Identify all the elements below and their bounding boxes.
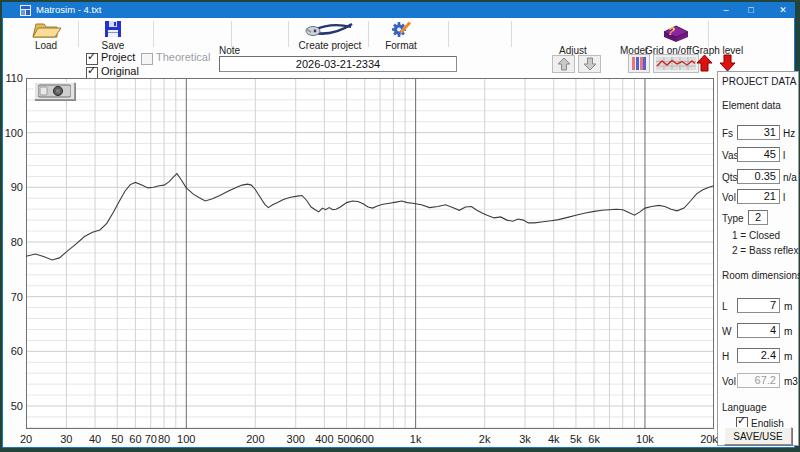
room-h-input[interactable]: 2.4 xyxy=(737,348,780,363)
adjust-down-button[interactable] xyxy=(578,55,601,73)
window-title: Matrosim - 4.txt xyxy=(36,4,101,15)
project-checkmark: ✓ xyxy=(87,50,96,63)
room-h-unit: m xyxy=(784,351,792,362)
toolbar-separator xyxy=(231,21,232,47)
qts-input[interactable]: 0.35 xyxy=(737,169,780,184)
red-up-arrow-icon xyxy=(696,54,713,72)
camera-button[interactable] xyxy=(34,82,75,100)
y-tick-label: 60 xyxy=(3,345,23,357)
toolbar-separator xyxy=(78,21,79,47)
room-w-label: W xyxy=(722,326,731,337)
qts-unit: n/a xyxy=(783,172,797,183)
vol-unit: l xyxy=(783,192,785,203)
room-w-input[interactable]: 4 xyxy=(737,323,780,338)
original-checkmark: ✓ xyxy=(87,64,96,77)
x-tick-label: 300 xyxy=(281,433,311,445)
help-book-icon: ? xyxy=(661,16,691,44)
x-tick-label: 1k xyxy=(401,433,431,445)
frequency-response-chart xyxy=(26,78,714,429)
create-project-label: Create project xyxy=(296,40,364,51)
gray-down-arrow-icon xyxy=(583,57,597,71)
gray-up-arrow-icon xyxy=(557,57,571,71)
toolbar-separator xyxy=(511,21,512,47)
red-down-arrow-icon xyxy=(719,54,736,72)
minimize-button[interactable]: – xyxy=(713,3,739,18)
fs-unit: Hz xyxy=(783,128,795,139)
project-checkbox-label: Project xyxy=(101,51,135,63)
fs-input[interactable]: 31 xyxy=(737,125,780,140)
app-window: Matrosim - 4.txt – □ ✕ Load Save xyxy=(2,2,795,448)
grid-onoff-button[interactable] xyxy=(653,54,699,73)
save-use-button[interactable]: SAVE/USE xyxy=(724,427,792,445)
help-button[interactable]: ? xyxy=(661,16,691,44)
toolbar-separator xyxy=(368,21,369,47)
y-tick-label: 90 xyxy=(3,181,23,193)
qts-label: Qts xyxy=(722,172,738,183)
moder-button[interactable] xyxy=(628,54,650,73)
note-input[interactable]: 2026-03-21-2334 xyxy=(219,56,457,72)
close-button[interactable]: ✕ xyxy=(770,3,796,18)
load-label: Load xyxy=(25,40,67,51)
chart-canvas xyxy=(26,78,714,429)
toolbar-separator xyxy=(288,21,289,47)
vas-input[interactable]: 45 xyxy=(737,147,780,162)
frequency-response-curve xyxy=(26,174,714,260)
type-option-bassreflex: 2 = Bass reflex xyxy=(732,245,798,256)
original-checkbox-label: Original xyxy=(101,65,139,77)
x-tick-label: 10k xyxy=(630,433,660,445)
pliers-icon xyxy=(305,21,355,38)
type-input[interactable]: 2 xyxy=(748,210,768,225)
x-tick-label: 20 xyxy=(11,433,41,445)
room-l-unit: m xyxy=(784,301,792,312)
type-option-closed: 1 = Closed xyxy=(732,230,780,241)
vol-label: Vol xyxy=(722,192,736,203)
panel-title: PROJECT DATA xyxy=(722,76,796,87)
y-tick-label: 100 xyxy=(3,127,23,139)
room-vol-unit: m3 xyxy=(784,376,798,387)
y-tick-label: 70 xyxy=(3,291,23,303)
x-tick-label: 20k xyxy=(694,433,724,445)
floppy-disk-icon xyxy=(104,20,122,38)
camera-icon xyxy=(38,84,71,98)
maximize-button[interactable]: □ xyxy=(738,3,764,18)
graph-level-up-button[interactable] xyxy=(696,54,714,73)
x-tick-label: 600 xyxy=(350,433,380,445)
x-tick-label: 30 xyxy=(51,433,81,445)
room-w-unit: m xyxy=(784,326,792,337)
note-label: Note xyxy=(219,45,240,56)
adjust-up-button[interactable] xyxy=(552,55,575,73)
x-tick-label: 6k xyxy=(579,433,609,445)
toolbar-separator xyxy=(708,21,709,47)
toolbar-separator xyxy=(153,21,154,47)
graph-level-down-button[interactable] xyxy=(719,54,737,73)
grid-waveform-icon xyxy=(656,57,696,70)
room-h-label: H xyxy=(722,351,729,362)
x-tick-label: 3k xyxy=(510,433,540,445)
x-tick-label: 100 xyxy=(171,433,201,445)
gear-pencil-icon xyxy=(391,20,411,38)
theoretical-checkbox[interactable] xyxy=(141,53,153,65)
toolbar-separator xyxy=(448,21,449,47)
theoretical-checkbox-label: Theoretical xyxy=(156,51,210,63)
english-checkmark: ✓ xyxy=(737,414,746,427)
room-l-input[interactable]: 7 xyxy=(737,298,780,313)
y-tick-label: 80 xyxy=(3,236,23,248)
save-label: Save xyxy=(95,40,131,51)
vol-input[interactable]: 21 xyxy=(737,189,780,204)
room-vol-label: Vol xyxy=(722,376,736,387)
x-tick-label: 2k xyxy=(470,433,500,445)
x-tick-label: 200 xyxy=(240,433,270,445)
room-vol-input: 67.2 xyxy=(737,373,780,388)
app-icon xyxy=(20,5,31,16)
fs-label: Fs xyxy=(722,128,733,139)
project-data-panel: PROJECT DATA Element data Fs 31 Hz Vas 4… xyxy=(717,71,799,446)
room-l-label: L xyxy=(722,301,728,312)
type-label: Type xyxy=(722,213,744,224)
y-tick-label: 110 xyxy=(3,72,23,84)
format-label: Format xyxy=(383,40,419,51)
open-folder-icon xyxy=(29,20,63,40)
vas-unit: l xyxy=(783,150,785,161)
language-heading: Language xyxy=(722,402,767,413)
element-data-heading: Element data xyxy=(722,100,781,111)
moder-stripes-icon xyxy=(632,57,646,70)
